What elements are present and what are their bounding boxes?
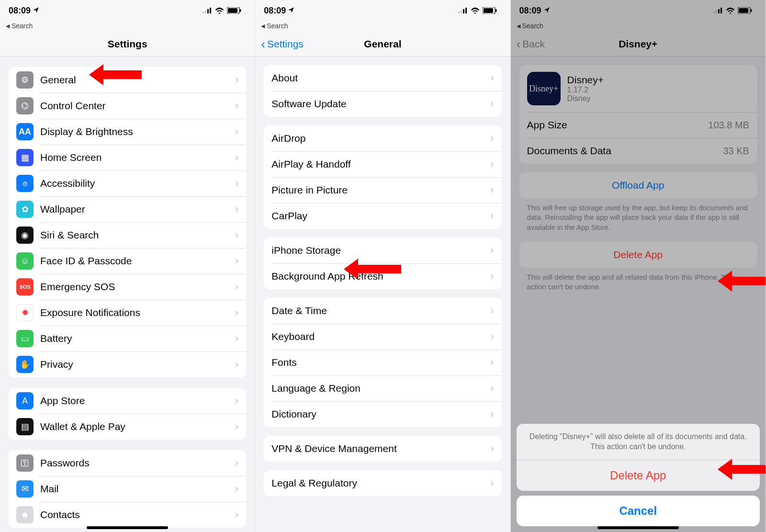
breadcrumb-back[interactable]: ◀ Search	[511, 21, 766, 32]
home-indicator[interactable]	[87, 526, 168, 529]
chevron-right-icon: ›	[235, 100, 238, 112]
general-row[interactable]: Software Update›	[264, 91, 501, 117]
settings-row[interactable]: ▦Home Screen›	[9, 145, 246, 170]
general-row[interactable]: Picture in Picture›	[264, 177, 501, 203]
chevron-right-icon: ›	[235, 125, 238, 138]
chevron-right-icon: ›	[490, 408, 494, 420]
offload-group: Offload App	[519, 172, 757, 198]
location-icon	[543, 6, 550, 16]
general-row[interactable]: Keyboard›	[264, 324, 501, 350]
annotation-arrow-storage	[344, 259, 401, 280]
general-group: VPN & Device Management›	[264, 436, 501, 462]
settings-row[interactable]: SOSEmergency SOS›	[9, 274, 246, 300]
sheet-message: Deleting "Disney+" will also delete all …	[517, 424, 760, 460]
general-row[interactable]: Legal & Regulatory›	[264, 470, 501, 496]
back-button[interactable]: ‹Back	[517, 38, 545, 50]
nav-bar: ‹Back Disney+	[511, 32, 766, 57]
settings-row[interactable]: ⚿Passwords›	[9, 450, 246, 476]
home-indicator[interactable]	[597, 526, 679, 529]
svg-rect-17	[721, 8, 722, 13]
page-title: Settings	[108, 38, 147, 50]
status-bar: 08:09	[255, 0, 510, 21]
general-row[interactable]: Dictionary›	[264, 401, 501, 427]
general-row[interactable]: CarPlay›	[264, 203, 501, 229]
row-label: CarPlay	[271, 210, 486, 222]
general-row[interactable]: AirPlay & Handoff›	[264, 151, 501, 177]
svg-rect-7	[458, 11, 460, 13]
app-name: Disney+	[567, 74, 604, 86]
settings-row[interactable]: ✹Exposure Notifications›	[9, 300, 246, 326]
general-row[interactable]: Date & Time›	[264, 298, 501, 324]
settings-row[interactable]: AApp Store›	[9, 388, 246, 414]
general-row[interactable]: VPN & Device Management›	[264, 436, 501, 462]
settings-row[interactable]: ☻Contacts›	[9, 502, 246, 528]
breadcrumb-back[interactable]: ◀ Search	[0, 21, 255, 32]
svg-rect-15	[716, 10, 717, 13]
settings-row[interactable]: AADisplay & Brightness›	[9, 119, 246, 145]
chevron-right-icon: ›	[490, 98, 494, 110]
chevron-right-icon: ›	[490, 158, 494, 170]
settings-row[interactable]: ▭Battery›	[9, 326, 246, 351]
chevron-right-icon: ›	[490, 270, 494, 283]
settings-row[interactable]: ✿Wallpaper›	[9, 196, 246, 222]
general-group: Date & Time›Keyboard›Fonts›Language & Re…	[264, 298, 501, 427]
general-row[interactable]: About›	[264, 65, 501, 91]
breadcrumb-label: Search	[267, 22, 288, 30]
row-label: Exposure Notifications	[40, 307, 231, 318]
chevron-right-icon: ›	[490, 356, 494, 369]
wallet-icon: ▤	[16, 418, 34, 435]
chevron-right-icon: ›	[490, 244, 494, 257]
chevron-right-icon: ›	[490, 382, 494, 395]
offload-app-button[interactable]: Offload App	[519, 172, 757, 198]
person-icon: ⌾	[16, 175, 34, 192]
row-label: Accessibility	[40, 178, 231, 189]
faceid-icon: ☺	[16, 252, 34, 270]
settings-row[interactable]: ✉Mail›	[9, 476, 246, 502]
settings-row[interactable]: ☺Face ID & Passcode›	[9, 248, 246, 274]
settings-row[interactable]: ✋Privacy›	[9, 351, 246, 377]
chevron-right-icon: ›	[490, 305, 494, 317]
nav-bar: ‹Settings General	[255, 32, 510, 57]
stat-row: App Size 103.8 MB	[519, 112, 757, 138]
page-title: Disney+	[619, 38, 657, 50]
row-label: Control Center	[40, 100, 231, 112]
chevron-right-icon: ›	[235, 281, 238, 293]
grid-icon: ▦	[16, 149, 34, 166]
row-label: Software Update	[271, 98, 486, 110]
chevron-right-icon: ›	[235, 177, 238, 190]
screenshot-settings-root: 08:09 ◀ Search Settings ⚙General›⌬Contro…	[0, 0, 255, 532]
general-row[interactable]: Language & Region›	[264, 375, 501, 401]
sos-icon: SOS	[16, 278, 34, 295]
battery-icon	[227, 7, 241, 14]
svg-rect-19	[739, 8, 748, 13]
row-label: Fonts	[271, 357, 486, 368]
delete-app-button[interactable]: Delete App	[519, 242, 757, 268]
general-list[interactable]: About›Software Update›AirDrop›AirPlay & …	[255, 57, 510, 532]
row-label: Siri & Search	[40, 229, 231, 241]
app-header-row: Disney+ Disney+ 1.17.2 Disney	[519, 65, 757, 112]
settings-row[interactable]: ⌬Control Center›	[9, 93, 246, 119]
general-row[interactable]: AirDrop›	[264, 125, 501, 151]
stat-label: Documents & Data	[527, 145, 723, 157]
back-button[interactable]: ‹Settings	[261, 38, 304, 50]
chevron-right-icon: ›	[490, 330, 494, 343]
battery-icon: ▭	[16, 330, 34, 347]
general-row[interactable]: Fonts›	[264, 350, 501, 375]
row-label: Dictionary	[271, 408, 486, 420]
chevron-right-icon: ›	[490, 132, 494, 145]
settings-row[interactable]: ▤Wallet & Apple Pay›	[9, 414, 246, 440]
settings-row[interactable]: ⌾Accessibility›	[9, 170, 246, 196]
settings-list[interactable]: ⚙General›⌬Control Center›AADisplay & Bri…	[0, 57, 255, 532]
page-title: General	[364, 38, 401, 50]
chevron-right-icon: ›	[490, 442, 494, 455]
stat-label: App Size	[527, 119, 709, 131]
settings-row[interactable]: ◉Siri & Search›	[9, 222, 246, 248]
status-bar: 08:09	[511, 0, 766, 21]
wifi-icon	[215, 7, 224, 14]
breadcrumb-back[interactable]: ◀ Search	[255, 21, 510, 32]
sheet-cancel-button[interactable]: Cancel	[517, 496, 760, 526]
row-label: Mail	[40, 483, 231, 495]
annotation-arrow-sheet-delete	[718, 459, 766, 480]
row-label: AirDrop	[271, 133, 486, 144]
chevron-right-icon: ›	[235, 151, 238, 164]
